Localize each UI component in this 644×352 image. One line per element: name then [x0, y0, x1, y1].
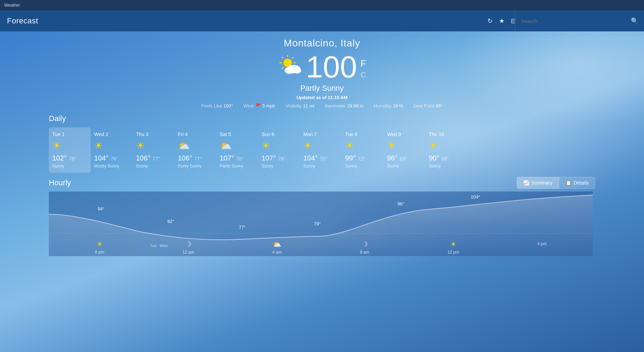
hour-time-2: 12 am [182, 250, 194, 255]
search-input[interactable] [521, 18, 631, 24]
day-high-0: 102° [52, 154, 67, 162]
day-temps-7: 99° 72° [345, 154, 380, 162]
day-icon-6: ☀ [303, 140, 338, 151]
day-card-2[interactable]: Thu 3 ☀ 106° 77° Sunny [132, 127, 174, 173]
hour-icon-4: ☽ [362, 240, 368, 248]
day-card-4[interactable]: Sat 5 ⛅ 107° 78° Partly Sunny [216, 127, 258, 173]
day-label-5: Sun 6 [262, 132, 296, 137]
svg-line-8 [282, 67, 283, 68]
day-icon-4: ⛅ [220, 140, 255, 151]
humidity-value: 18 % [393, 103, 403, 108]
refresh-icon[interactable]: ↻ [487, 17, 493, 25]
daily-cards: Tue 1 ☀ 102° 76° Sunny Wed 2 ☀ 104° 78° … [49, 127, 644, 173]
feels-like-label: Feels Like [202, 103, 222, 108]
hourly-tab-icon-1: 📋 [566, 180, 571, 186]
humidity-label: Humidity [374, 103, 392, 108]
hour-icon-3: ⛅ [273, 240, 281, 248]
wind-label: Wind [243, 103, 254, 108]
day-condition-9: Sunny [429, 164, 464, 168]
hourly-tab-summary[interactable]: 📈Summary [517, 177, 559, 189]
day-label-2: Thu 3 [136, 132, 171, 137]
feels-like-value: 100° [223, 103, 233, 108]
barometer-detail: Barometer 29.98 in [325, 103, 363, 108]
day-card-5[interactable]: Sun 6 ☀ 107° 76° Sunny [258, 127, 300, 173]
hour-slot-4: ☽ 8 am [360, 240, 369, 255]
city-name: Montalcino, Italy [0, 38, 644, 49]
day-high-5: 107° [262, 154, 276, 162]
feels-like: Feels Like 100° [202, 103, 233, 108]
chart-temp-2: 82° [167, 219, 174, 224]
day-condition-1: Mostly Sunny [94, 164, 129, 168]
hour-icon-2: ☽ [185, 240, 191, 248]
favorite-icon[interactable]: ★ [499, 17, 505, 25]
main-content: Montalcino, Italy [0, 31, 644, 352]
chart-temp-1: 94° [98, 206, 105, 211]
chart-temp-4: 79° [314, 221, 321, 226]
hour-slot-3: ⛅ 4 am [272, 240, 282, 255]
hourly-chart: 94° 82° 77° 79° 96° 104° Tue Wed ☀ 8 pm … [49, 192, 593, 256]
day-temps-5: 107° 76° [262, 154, 296, 162]
hour-slot-2: ☽ 12 am [182, 240, 194, 255]
day-card-9[interactable]: Thu 10 ☀ 90° 66° Sunny [425, 127, 467, 173]
day-label-4: Sat 5 [220, 132, 255, 137]
temperature-unit: F C [361, 55, 366, 80]
hour-slot-1: ☀ 8 pm [95, 240, 104, 255]
day-temps-6: 104° 75° [303, 154, 338, 162]
dewpoint-label: Dew Point [414, 103, 434, 108]
day-temps-1: 104° 78° [94, 154, 129, 162]
current-weather: Montalcino, Italy [0, 31, 644, 108]
day-card-6[interactable]: Mon 7 ☀ 104° 75° Sunny [300, 127, 342, 173]
dewpoint-value: 49° [436, 103, 443, 108]
svg-point-11 [293, 67, 301, 74]
day-condition-0: Sunny [52, 164, 87, 168]
day-card-7[interactable]: Tue 8 ☀ 99° 72° Sunny [342, 127, 384, 173]
day-label-0: Tue 1 [52, 132, 87, 137]
celsius-button[interactable]: C [361, 70, 366, 80]
day-label-8: Wed 9 [387, 132, 422, 137]
day-card-0[interactable]: Tue 1 ☀ 102° 76° Sunny [49, 127, 91, 173]
hour-time-1: 8 pm [95, 250, 104, 255]
day-label-3: Fri 4 [178, 132, 213, 137]
search-bar: 🔍 [515, 10, 644, 31]
day-temps-9: 90° 66° [429, 154, 464, 162]
day-condition-7: Sunny [345, 164, 380, 168]
chart-temp-6: 104° [471, 194, 480, 200]
day-icon-7: ☀ [345, 140, 380, 151]
day-condition-2: Sunny [136, 164, 171, 168]
fahrenheit-button[interactable]: F [361, 58, 366, 69]
daily-section: Daily Tue 1 ☀ 102° 76° Sunny Wed 2 ☀ 104… [0, 108, 644, 173]
day-label-6: Mon 7 [303, 132, 338, 137]
hourly-tab-details[interactable]: 📋Details [559, 177, 595, 189]
day-condition-8: Sunny [387, 164, 422, 168]
hour-icon-1: ☀ [97, 240, 103, 248]
hourly-tab-label-1: Details [574, 180, 589, 186]
visibility-value: 11 mi [303, 103, 314, 108]
titlebar-title: Weather [4, 3, 20, 8]
hour-time-3: 4 am [272, 250, 282, 255]
day-card-3[interactable]: Fri 4 ⛅ 106° 77° Partly Sunny [174, 127, 216, 173]
temperature-value: 100 [306, 52, 357, 82]
svg-line-5 [282, 57, 283, 58]
search-icon[interactable]: 🔍 [631, 17, 638, 25]
wind-detail: Wind 🚩 5 mph [243, 103, 275, 108]
hourly-title: Hourly [49, 178, 71, 187]
wind-value: 5 mph [263, 103, 275, 108]
barometer-value: 29.98 in [347, 103, 363, 108]
day-icon-1: ☀ [94, 140, 129, 151]
day-icon-9: ☀ [429, 140, 464, 151]
day-card-1[interactable]: Wed 2 ☀ 104° 78° Mostly Sunny [91, 127, 132, 173]
day-low-7: 72° [358, 156, 365, 162]
day-card-8[interactable]: Wed 9 ☀ 96° 69° Sunny [384, 127, 425, 173]
day-high-7: 99° [345, 154, 356, 162]
day-low-9: 66° [441, 156, 449, 162]
day-low-2: 77° [152, 156, 160, 162]
hour-icon-5: ☀ [450, 240, 456, 248]
day-low-6: 75° [320, 156, 327, 162]
daily-title: Daily [49, 114, 644, 123]
navbar: Forecast ↻ ★ ⊟ ☾ ··· 🔍 [0, 10, 644, 31]
humidity-detail: Humidity 18 % [374, 103, 403, 108]
hour-time-5: 12 pm [447, 250, 459, 255]
day-high-4: 107° [220, 154, 234, 162]
day-temps-8: 96° 69° [387, 154, 422, 162]
hourly-tabs: 📈Summary📋Details [517, 177, 595, 189]
